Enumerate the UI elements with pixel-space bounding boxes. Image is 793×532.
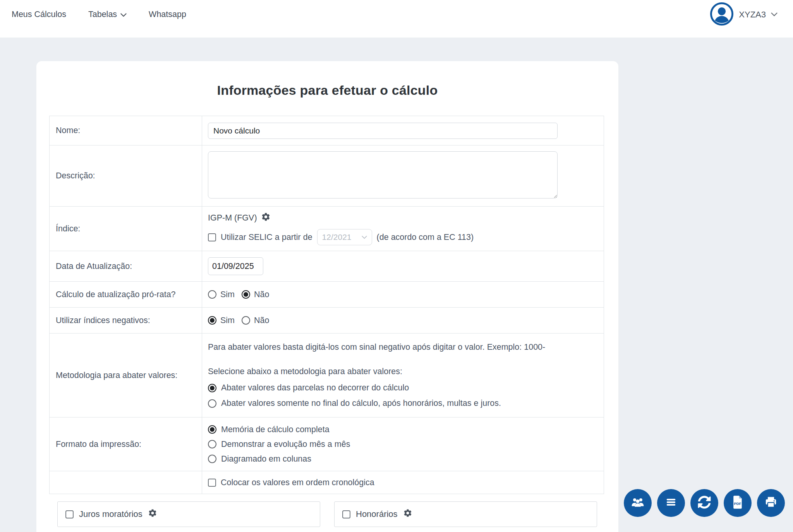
calculation-form-card: Informações para efetuar o cálculo Nome:… (36, 61, 618, 532)
selic-month-select[interactable]: 12/2021 (317, 229, 372, 245)
formato-option-colunas: Diagramado em colunas (221, 454, 311, 464)
nav-item-meus-calculos[interactable]: Meus Cálculos (12, 10, 66, 19)
prorata-label: Cálculo de atualização pró-rata? (50, 282, 202, 308)
nav-item-whatsapp[interactable]: Whatsapp (149, 10, 186, 19)
floating-action-bar: PDF (624, 489, 785, 517)
metodologia-hint: Para abater valores basta digitá-los com… (208, 342, 597, 352)
negativos-radio-nao[interactable] (242, 316, 250, 325)
nav-item-label: Tabelas (88, 10, 117, 19)
row-ordem-cronologica: Colocar os valores em ordem cronológica (50, 471, 604, 494)
printer-icon (764, 495, 778, 511)
formato-option-memoria: Memória de cálculo completa (221, 425, 330, 434)
formato-option-evolucao: Demonstrar a evolução mês a mês (221, 440, 350, 449)
selic-suffix: (de acordo com a EC 113) (377, 233, 474, 242)
sync-icon (698, 496, 711, 510)
metodologia-option-parcelas: Abater valores das parcelas no decorrer … (221, 383, 409, 393)
page-title: Informações para efetuar o cálculo (36, 83, 618, 98)
indice-value: IGP-M (FGV) (208, 213, 257, 223)
nav-item-label: Whatsapp (149, 10, 186, 19)
metodologia-radio-parcelas[interactable] (208, 384, 216, 392)
data-atualizacao-label: Data de Atualização: (50, 251, 202, 282)
prorata-radio-nao[interactable] (242, 290, 250, 299)
gear-icon[interactable] (148, 508, 157, 520)
formato-radio-evolucao[interactable] (208, 440, 216, 448)
user-menu[interactable]: XYZA3 (710, 2, 778, 27)
row-indices-negativos: Utilizar índices negativos: Sim Não (50, 308, 604, 334)
data-atualizacao-input[interactable] (208, 257, 263, 275)
menu-icon (664, 495, 678, 511)
row-descricao: Descrição: (50, 145, 604, 207)
row-prorata: Cálculo de atualização pró-rata? Sim Não (50, 282, 604, 308)
avatar (710, 2, 734, 27)
empty-label (50, 471, 202, 494)
nav-item-label: Meus Cálculos (12, 10, 66, 19)
row-nome: Nome: (50, 116, 604, 145)
export-pdf-button[interactable]: PDF (724, 489, 752, 517)
calculation-form-table: Nome: Descrição: Índice: IGP-M (FGV) (49, 116, 604, 494)
ordem-cronologica-checkbox[interactable] (208, 479, 216, 487)
juros-moratorios-box: Juros moratórios (57, 501, 320, 527)
honorarios-label: Honorários (356, 509, 398, 519)
formato-radio-memoria[interactable] (208, 425, 216, 434)
gear-icon[interactable] (261, 212, 271, 224)
descricao-label: Descrição: (50, 145, 202, 207)
nome-input[interactable] (208, 123, 558, 139)
indice-label: Índice: (50, 207, 202, 251)
top-navbar: Meus Cálculos Tabelas Whatsapp XYZA3 (0, 0, 793, 38)
menu-button[interactable] (657, 489, 685, 517)
nome-label: Nome: (50, 116, 202, 145)
prorata-radio-sim[interactable] (208, 290, 216, 299)
metodologia-subtitle: Selecione abaixo a metodologia para abat… (208, 367, 597, 376)
chevron-down-icon (120, 10, 127, 19)
row-indice: Índice: IGP-M (FGV) Utilizar SELIC a par… (50, 207, 604, 251)
selic-label: Utilizar SELIC a partir de (221, 233, 312, 242)
negativos-radio-sim[interactable] (208, 316, 216, 325)
negativos-option-sim: Sim (220, 316, 235, 325)
recalculate-button[interactable] (690, 489, 718, 517)
username: XYZA3 (739, 10, 766, 20)
nav-item-tabelas[interactable]: Tabelas (88, 10, 127, 19)
prorata-option-sim: Sim (220, 290, 235, 299)
metodologia-radio-final[interactable] (208, 399, 216, 408)
row-formato: Formato da impressão: Memória de cálculo… (50, 417, 604, 471)
honorarios-box: Honorários (334, 501, 597, 527)
negativos-label: Utilizar índices negativos: (50, 308, 202, 334)
users-icon (630, 495, 645, 511)
prorata-option-nao: Não (254, 290, 269, 299)
formato-radio-colunas[interactable] (208, 455, 216, 463)
pdf-file-icon: PDF (731, 495, 744, 511)
chevron-down-icon (771, 11, 778, 18)
pdf-text: PDF (734, 502, 742, 506)
row-metodologia: Metodologia para abater valores: Para ab… (50, 334, 604, 417)
metodologia-label: Metodologia para abater valores: (50, 334, 202, 417)
print-button[interactable] (757, 489, 785, 517)
juros-moratorios-checkbox[interactable] (65, 510, 74, 518)
juros-moratorios-label: Juros moratórios (79, 509, 142, 519)
honorarios-checkbox[interactable] (342, 510, 350, 518)
row-data-atualizacao: Data de Atualização: (50, 251, 604, 282)
ordem-cronologica-label: Colocar os valores em ordem cronológica (221, 478, 374, 488)
gear-icon[interactable] (403, 508, 412, 520)
negativos-option-nao: Não (254, 316, 269, 325)
selic-select-value: 12/2021 (322, 233, 352, 242)
extra-options-row: Juros moratórios Honorários (57, 501, 597, 527)
descricao-textarea[interactable] (208, 151, 558, 198)
selic-checkbox[interactable] (208, 233, 216, 241)
formato-label: Formato da impressão: (50, 417, 202, 471)
metodologia-option-final: Abater valores somente no final do cálcu… (221, 399, 501, 408)
clients-button[interactable] (624, 489, 652, 517)
